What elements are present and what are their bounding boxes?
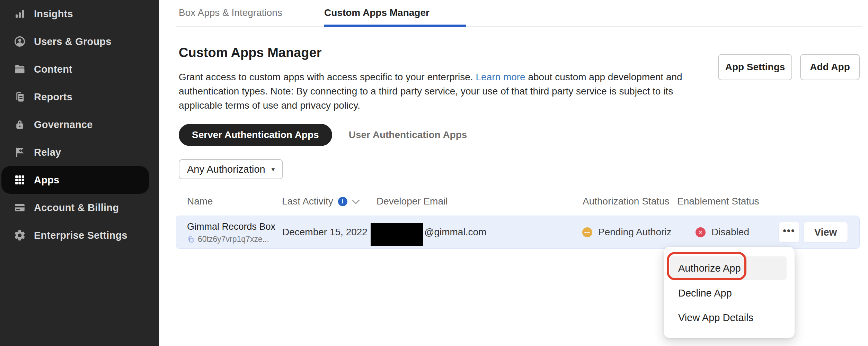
- app-name: Gimmal Records Box: [187, 221, 275, 232]
- sidebar-label: Apps: [34, 174, 59, 186]
- authorization-status-text: Pending Authoriz: [598, 227, 672, 238]
- sort-chevron-down-icon[interactable]: [352, 197, 360, 204]
- sidebar-item-governance[interactable]: Governance: [0, 111, 159, 138]
- app-name-cell: Gimmal Records Box 60tz6y7vrp1q7xze...: [187, 221, 275, 244]
- add-app-button[interactable]: Add App: [800, 54, 860, 80]
- sidebar-label: Content: [34, 64, 72, 75]
- disabled-status-icon: ✕: [696, 227, 706, 237]
- page-title: Custom Apps Manager: [179, 45, 321, 60]
- row-actions-context-menu: Authorize App Decline App View App Detai…: [664, 247, 795, 338]
- filter-selected-value: Any Authorization: [187, 164, 265, 175]
- pending-status-icon: •••: [582, 227, 592, 237]
- last-activity-cell: December 15, 2022: [282, 216, 367, 248]
- copy-icon[interactable]: [187, 236, 195, 243]
- enablement-status-cell: ✕ Disabled: [696, 216, 749, 248]
- enablement-status-text: Disabled: [711, 227, 749, 238]
- menu-item-decline-app[interactable]: Decline App: [678, 288, 732, 299]
- sidebar-item-account-billing[interactable]: Account & Billing: [0, 194, 159, 221]
- redacted-email-box: [371, 223, 423, 246]
- sidebar-label: Reports: [34, 91, 72, 103]
- user-circle-icon: [13, 35, 26, 48]
- developer-email-cell: @gimmal.com: [424, 216, 486, 248]
- tab-box-apps-integrations[interactable]: Box Apps & Integrations: [179, 7, 282, 19]
- bar-chart-icon: [13, 7, 26, 20]
- sidebar-item-users-groups[interactable]: Users & Groups: [0, 28, 159, 55]
- sidebar-label: Insights: [34, 8, 73, 20]
- sidebar-item-relay[interactable]: Relay: [0, 138, 159, 166]
- info-icon[interactable]: i: [338, 197, 347, 206]
- column-header-developer-email: Developer Email: [377, 196, 448, 207]
- sidebar-label: Governance: [34, 119, 93, 130]
- active-tab-underline: [324, 25, 466, 27]
- column-header-enablement-status: Enablement Status: [677, 196, 759, 207]
- column-header-authorization-status: Authorization Status: [583, 196, 670, 207]
- menu-item-authorize-app[interactable]: Authorize App: [678, 263, 741, 274]
- auth-type-segmented-control: Server Authentication Apps User Authenti…: [179, 124, 467, 146]
- menu-item-view-app-details[interactable]: View App Details: [678, 312, 753, 324]
- authorization-status-cell: ••• Pending Authoriz: [582, 216, 672, 248]
- authorization-filter-dropdown[interactable]: Any Authorization ▾: [179, 159, 283, 179]
- app-settings-button[interactable]: App Settings: [718, 54, 792, 80]
- column-header-name: Name: [187, 196, 213, 207]
- lock-icon: [13, 118, 26, 131]
- tab-custom-apps-manager[interactable]: Custom Apps Manager: [324, 7, 429, 19]
- sidebar-item-insights[interactable]: Insights: [0, 0, 159, 28]
- chevron-down-icon: ▾: [272, 165, 275, 173]
- description-text: Grant access to custom apps with access …: [179, 72, 476, 82]
- folder-icon: [13, 63, 26, 76]
- column-header-last-activity: Last Activity i: [282, 196, 358, 207]
- sidebar-item-enterprise-settings[interactable]: Enterprise Settings: [0, 221, 159, 249]
- tab-user-authentication-apps[interactable]: User Authentication Apps: [349, 129, 467, 140]
- gear-icon: [13, 229, 26, 242]
- report-pages-icon: [13, 90, 26, 103]
- table-row[interactable]: Gimmal Records Box 60tz6y7vrp1q7xze... D…: [176, 216, 860, 249]
- view-button[interactable]: View: [803, 222, 848, 243]
- sidebar-item-reports[interactable]: Reports: [0, 83, 159, 111]
- sidebar-label: Enterprise Settings: [34, 230, 127, 241]
- learn-more-link[interactable]: Learn more: [476, 72, 525, 82]
- sidebar: Insights Users & Groups Content Reports: [0, 0, 159, 346]
- credit-card-icon: [13, 201, 26, 214]
- sidebar-label: Relay: [34, 147, 61, 158]
- app-id: 60tz6y7vrp1q7xze...: [198, 235, 269, 244]
- grid-icon: [13, 173, 26, 186]
- more-actions-button[interactable]: •••: [778, 222, 800, 243]
- sidebar-item-content[interactable]: Content: [0, 55, 159, 83]
- tab-bar-divider: [176, 26, 862, 27]
- sidebar-label: Users & Groups: [34, 36, 112, 47]
- sidebar-item-apps[interactable]: Apps: [1, 166, 149, 194]
- custom-apps-manager-screen: Insights Users & Groups Content Reports: [0, 0, 868, 346]
- page-description: Grant access to custom apps with access …: [179, 70, 687, 112]
- sidebar-label: Account & Billing: [34, 202, 119, 213]
- tab-server-authentication-apps[interactable]: Server Authentication Apps: [179, 124, 332, 146]
- relay-flag-icon: [13, 146, 26, 159]
- column-header-label: Last Activity: [282, 196, 333, 207]
